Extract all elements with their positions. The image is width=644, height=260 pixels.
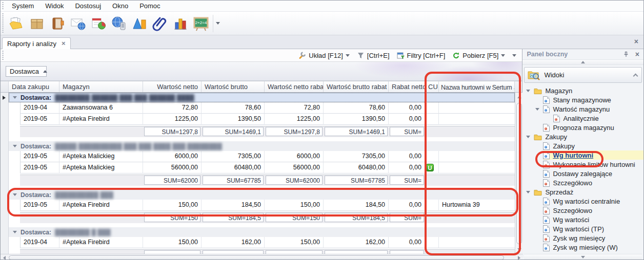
tree-folder-zakupy[interactable]: Zakupy <box>534 132 643 141</box>
fetch-dropdown-icon[interactable] <box>501 54 505 57</box>
toolbar-grip[interactable] <box>2 13 4 33</box>
group-by-dostawca-button[interactable]: Dostawca <box>6 66 47 77</box>
pane-close-icon[interactable]: × <box>634 37 638 46</box>
vertical-scroll-thumb[interactable] <box>516 103 522 244</box>
globe-data-icon[interactable] <box>109 13 129 34</box>
vertical-scrollbar[interactable] <box>515 93 523 254</box>
col-header-wartosc-netto[interactable]: Wartość netto <box>143 81 202 92</box>
group-by-field-label: Dostawca <box>10 68 39 75</box>
tree-item-szczegolowo-zakupy[interactable]: Szczegółowo <box>543 178 643 187</box>
grid-toolbar-overflow[interactable] <box>509 53 520 58</box>
scroll-right-icon[interactable] <box>518 256 520 260</box>
calendar-report-icon[interactable] <box>88 13 109 34</box>
tree-item-prognoza-magazynu[interactable]: Prognoza magazynu <box>543 123 643 132</box>
tree-item-zakupy[interactable]: Zakupy <box>543 141 643 150</box>
tree-expander-icon[interactable] <box>526 191 530 193</box>
package-icon[interactable] <box>27 13 47 34</box>
tree-item-dostawy-zalegajace[interactable]: Dostawy zalegające <box>543 169 643 178</box>
scroll-up-icon[interactable] <box>517 96 521 98</box>
tree-item-wg-wartosci-tp[interactable]: Wg wartości (TP) <box>543 224 643 233</box>
cell-warehouse: Zaawansowana 6 <box>59 102 143 114</box>
tree-item-stany-magazynowe[interactable]: Stany magazynowe <box>543 95 643 104</box>
attachment-icon[interactable] <box>150 13 170 34</box>
tree-item-wartosc-magazynu[interactable]: Wartość magazynu <box>543 104 643 114</box>
horizontal-scroll-thumb[interactable] <box>9 255 504 260</box>
col-header-nazwa-hurtowni[interactable]: Nazwa hurtowni w Sertum <box>439 81 515 92</box>
tree-item-zysk-wg-miesiecy[interactable]: Zysk wg miesięcy <box>543 233 643 243</box>
side-panel-scroll-strip[interactable] <box>524 254 642 259</box>
sum-netto-rabat <box>266 250 323 254</box>
collapse-group-icon[interactable] <box>13 96 17 99</box>
table-row[interactable]: 2019-05 #Apteka Firebird 1225,00 1390,50… <box>20 114 515 125</box>
group-header-row[interactable]: Dostawca: ████████ ██████ ███ ███ ██████… <box>9 93 515 102</box>
collapse-group-icon[interactable] <box>13 193 17 196</box>
grid-toolbar-grip[interactable] <box>2 51 4 60</box>
report-icon <box>543 244 550 251</box>
menu-system[interactable]: System <box>6 1 39 11</box>
tree-expander-icon[interactable] <box>526 136 530 138</box>
menu-pomoc[interactable]: Pomoc <box>134 1 166 11</box>
col-header-wartosc-netto-rabat[interactable]: Wartość netto rabat <box>265 81 324 92</box>
menubar-grip[interactable] <box>2 2 4 10</box>
tree-folder-magazyn[interactable]: Magazyn <box>534 86 643 95</box>
table-row[interactable]: 2019-05 #Apteka Firebird 150,00 184,50 1… <box>20 200 515 211</box>
col-header-magazyn[interactable]: Magazyn <box>59 81 143 92</box>
scroll-left-icon[interactable] <box>3 256 6 260</box>
tree-item-wg-wartosci-centralnie[interactable]: Wg wartości centralnie <box>543 197 643 206</box>
menu-widok[interactable]: Widok <box>39 1 69 11</box>
group-header-row[interactable]: Dostawca: ████████ █ ███ <box>9 227 515 237</box>
col-header-wartosc-brutto[interactable]: Wartość brutto <box>202 81 265 92</box>
training-board-icon[interactable]: 2+2=4 <box>191 13 211 34</box>
tree-item-szczegolowo-sprzedaz[interactable]: Szczegółowo <box>543 206 643 215</box>
group-header-row[interactable]: Dostawca: █████ ██████████ ███ ███ ████ … <box>9 141 515 151</box>
supplier-group: Dostawca: █████ ██████████ ███ ███ ████ … <box>9 141 515 190</box>
tree-item-label: Magazyn <box>545 87 572 95</box>
col-header-rabat-netto[interactable]: Rabat netto <box>389 81 425 92</box>
chart-shapes-icon[interactable] <box>129 13 150 34</box>
side-panel-close-icon[interactable]: × <box>635 50 639 58</box>
side-panel-collapse-strip[interactable] <box>522 59 643 65</box>
layout-dropdown-icon[interactable] <box>346 54 350 57</box>
cell-date: 2019-05 <box>20 151 59 162</box>
documents-icon[interactable] <box>6 13 27 34</box>
collapse-group-icon[interactable] <box>13 145 17 147</box>
scroll-down-icon[interactable] <box>517 248 521 251</box>
columns-button[interactable]: [Ctrl+E] <box>353 51 393 60</box>
tree-item-zysk-wg-miesiecy-w[interactable]: Zysk wg miesięcy (W) <box>543 243 643 252</box>
menu-dostosuj[interactable]: Dostosuj <box>69 1 107 11</box>
tree-item-wg-wartosci[interactable]: Wg wartości <box>543 215 643 224</box>
table-row[interactable]: 2019-04 Zaawansowana 6 72,80 78,60 72,80… <box>20 102 515 114</box>
table-row[interactable]: 2019-05 #Apteka Malickieg 6000,00 7305,0… <box>20 151 515 162</box>
group-header-row[interactable]: Dostawca: ██████████ ███ <box>9 190 515 200</box>
sum-netto-rabat: SUM=150 <box>266 213 323 222</box>
tree-item-analitycznie[interactable]: Analitycznie <box>553 114 643 123</box>
layout-button[interactable]: Układ [F12] <box>295 51 353 60</box>
table-row[interactable]: 2019-05 #Apteka Malickieg 56000,00 60480… <box>20 162 515 174</box>
tree-item-wg-hurtowni[interactable]: Wg hurtowni <box>543 150 643 160</box>
pin-icon[interactable] <box>623 51 629 57</box>
mail-globe-icon[interactable] <box>68 13 88 34</box>
col-header-data-zakupu[interactable]: Data zakupu <box>9 81 59 92</box>
col-header-wartosc-brutto-rabat[interactable]: Wartość brutto rabat <box>324 81 389 92</box>
tree-expander-icon[interactable] <box>526 90 530 92</box>
tree-expander-icon[interactable] <box>535 108 539 111</box>
filters-button[interactable]: Filtry [Ctrl+F] <box>393 51 449 60</box>
toolbar-overflow-icon[interactable] <box>216 22 220 25</box>
supplier-name-redacted: ████████ ██████ ███ ███ ██████ ████ <box>55 94 194 101</box>
cell-cu <box>425 114 439 125</box>
address-book-icon[interactable] <box>47 13 68 34</box>
group-prefix: Dostawca: <box>21 143 51 150</box>
menu-okno[interactable]: Okno <box>107 1 134 11</box>
horizontal-scrollbar[interactable] <box>1 254 523 260</box>
tab-close-icon[interactable]: × <box>62 41 66 46</box>
table-row[interactable]: 2019-04 #Apteka Firebird 150,00 162,00 1… <box>20 237 515 248</box>
tree-item-wykonanie-limitow[interactable]: Wykonanie limitów hurtowni <box>543 160 643 169</box>
collapse-group-icon[interactable] <box>13 231 17 233</box>
tab-raporty-i-analizy[interactable]: Raporty i analizy × <box>2 37 71 49</box>
tree-folder-sprzedaz[interactable]: Sprzedaż <box>534 187 643 197</box>
bar-chart-icon[interactable] <box>170 13 191 34</box>
fetch-button[interactable]: Pobierz [F5] <box>449 51 509 60</box>
chevron-up-icon[interactable] <box>633 73 638 78</box>
col-header-cu[interactable]: CU <box>425 81 439 92</box>
views-section-header[interactable]: Widoki <box>524 67 642 83</box>
